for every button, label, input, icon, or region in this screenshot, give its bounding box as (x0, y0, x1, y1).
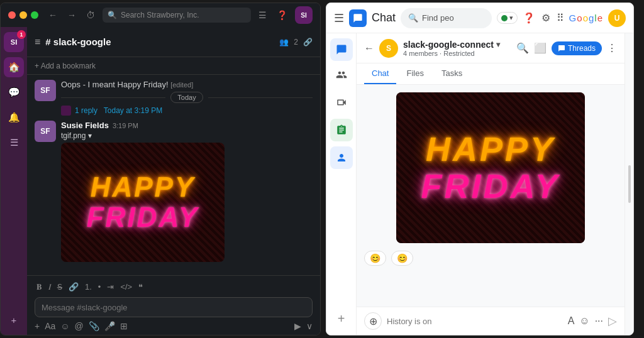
slack-titlebar: ← → ⏱ 🔍 Search Strawberry, Inc. ☰ ❓ SI (1, 3, 320, 27)
history-nav-button[interactable]: ⏱ (84, 9, 97, 21)
gchat-sidebar-rooms[interactable] (330, 63, 353, 86)
slack-search-bar[interactable]: 🔍 Search Strawberry, Inc. (103, 8, 251, 23)
send-button[interactable]: ▶ (294, 321, 301, 331)
mention-tool[interactable]: @ (75, 321, 84, 331)
gchat-channel-info: slack-google-connect ▾ 4 members · Restr… (403, 40, 511, 57)
message-header: Susie Fields 3:19 PM (61, 121, 313, 130)
file-name: tgif.png ▾ (61, 131, 313, 140)
back-nav-button[interactable]: ← (46, 9, 60, 21)
reaction-smiley-1[interactable]: 😊 (364, 251, 386, 266)
sidebar-item-add-workspace[interactable]: + (4, 310, 24, 330)
compose-input[interactable] (42, 303, 306, 312)
edited-label: [edited] (170, 81, 193, 89)
gchat-sidebar-meet[interactable] (330, 91, 353, 114)
gchat-apps-icon[interactable]: ⠿ (557, 12, 564, 24)
gchat-more-icon[interactable]: ··· (595, 315, 603, 327)
gchat-compose-row: ⊕ A ☺ ··· ▷ (364, 312, 617, 330)
sidebar-item-dms[interactable]: 💬 (4, 82, 24, 102)
tab-tasks[interactable]: Tasks (434, 63, 470, 84)
slack-channel-pane: ≡ # slack-google 👥 2 🔗 + Add a bookmark … (27, 27, 320, 335)
code-tool[interactable]: </> (118, 281, 134, 293)
add-icon: + (338, 312, 345, 326)
status-dropdown[interactable]: ▾ (497, 12, 518, 24)
close-button[interactable] (8, 11, 16, 19)
gchat-search-button[interactable]: 🔍 (516, 42, 529, 54)
message-group-susie: SF Susie Fields 3:19 PM tgif.png ▾ HAPPY… (35, 121, 313, 262)
gchat-emoji-icon[interactable]: ☺ (579, 315, 589, 327)
gchat-panel: ☰ Chat 🔍 Find peo ▾ ❓ ⚙ ⠿ Google (326, 3, 634, 335)
sidebar-item-more[interactable]: ☰ (4, 133, 24, 153)
add-tool[interactable]: + (35, 321, 40, 331)
sidebar-item-mentions[interactable]: 🔔 (4, 107, 24, 128)
add-bookmark-button[interactable]: + Add a bookmark (35, 62, 96, 70)
tab-files[interactable]: Files (399, 63, 431, 84)
gchat-sidebar-contacts[interactable] (330, 146, 353, 169)
gchat-threads-button[interactable]: Threads (552, 41, 602, 55)
audio-tool[interactable]: 🎤 (104, 321, 115, 331)
ul-tool[interactable]: • (96, 281, 103, 293)
strikethrough-tool[interactable]: S̶ (55, 281, 64, 293)
reply-avatar (61, 106, 71, 116)
happy-text: HAPPY (91, 172, 196, 202)
bold-tool[interactable]: 𝐁 (35, 281, 44, 293)
susie-message-content: Susie Fields 3:19 PM tgif.png ▾ HAPPY FR… (61, 121, 313, 262)
gchat-right-sidebar (625, 33, 633, 335)
status-dot (501, 15, 508, 21)
gchat-search-bar[interactable]: 🔍 Find peo (401, 8, 492, 28)
gchat-video-button[interactable]: ⬜ (534, 42, 547, 54)
italic-tool[interactable]: 𝐼 (47, 281, 53, 293)
user-avatar[interactable]: SI (295, 6, 313, 24)
minimize-button[interactable] (19, 11, 27, 19)
channel-name[interactable]: # slack-google (45, 36, 111, 47)
gchat-help-icon[interactable]: ❓ (523, 12, 535, 24)
reply-thread[interactable]: 1 reply Today at 3:19 PM (61, 106, 313, 116)
indent-tool[interactable]: ⇥ (105, 281, 116, 293)
scroll-indicator (628, 165, 631, 203)
sidebar-item-home[interactable]: 🏠 (4, 57, 24, 77)
attach-tool[interactable]: 📎 (89, 321, 99, 331)
gchat-sidebar-chat[interactable] (330, 38, 353, 61)
gchat-compose-input[interactable] (387, 317, 563, 326)
reaction-smiley-2[interactable]: 😊 (391, 251, 413, 266)
gchat-user-avatar[interactable]: U (608, 9, 626, 27)
notification-badge: 1 (17, 30, 26, 39)
emoji-tool[interactable]: ☺ (60, 321, 69, 331)
shortcuts-tool[interactable]: ⊞ (120, 321, 128, 331)
traffic-lights (8, 11, 38, 19)
maximize-button[interactable] (31, 11, 38, 19)
reply-text: 1 reply Today at 3:19 PM (75, 106, 162, 115)
gchat-format-icon[interactable]: A (568, 315, 575, 327)
gchat-settings-icon[interactable]: ⚙ (541, 12, 550, 24)
gchat-add-button[interactable]: ⊕ (364, 312, 382, 330)
date-divider: Today (61, 92, 313, 103)
help-icon[interactable]: ❓ (274, 9, 290, 21)
channel-header: ≡ # slack-google 👥 2 🔗 (27, 27, 320, 57)
add-people-icon[interactable]: 🔗 (303, 38, 313, 46)
blockquote-tool[interactable]: ❝ (136, 281, 145, 293)
more-options-icon[interactable]: ⋮ (607, 42, 617, 54)
gchat-title: Chat (372, 11, 396, 25)
slack-menu-icon[interactable]: ☰ (256, 9, 269, 21)
ol-tool[interactable]: 1. (83, 281, 94, 293)
gchat-send-button[interactable]: ▷ (608, 314, 617, 328)
chat-logo-icon (353, 13, 363, 23)
search-icon: 🔍 (108, 11, 117, 19)
messages-area: SF Oops - I meant Happy Friday! [edited]… (27, 75, 320, 275)
forward-nav-button[interactable]: → (65, 9, 79, 21)
compose-toolbar: 𝐁 𝐼 S̶ 🔗 1. • ⇥ </> ❝ (35, 280, 313, 295)
gchat-channel-title[interactable]: slack-google-connect ▾ (403, 40, 511, 50)
tab-chat[interactable]: Chat (364, 63, 396, 84)
format-tool[interactable]: Aa (45, 321, 55, 331)
member-avatars: 👥 (279, 38, 289, 46)
gchat-menu-icon[interactable]: ☰ (334, 11, 344, 25)
date-badge[interactable]: Today (170, 92, 203, 103)
send-options-button[interactable]: ∨ (306, 321, 313, 331)
workspace-icon[interactable]: SI 1 (4, 32, 24, 52)
gchat-channel-actions: 🔍 ⬜ Threads ⋮ (516, 41, 617, 55)
compose-bottom-toolbar: + Aa ☺ @ 📎 🎤 ⊞ ▶ ∨ (35, 321, 313, 331)
gchat-back-button[interactable]: ← (364, 43, 374, 54)
gchat-messages: HAPPY FRIDAY 😊 😊 (357, 85, 625, 307)
gchat-sidebar-tasks[interactable] (330, 119, 353, 141)
gchat-sidebar-add[interactable]: + (330, 307, 353, 330)
link-tool[interactable]: 🔗 (67, 281, 80, 293)
